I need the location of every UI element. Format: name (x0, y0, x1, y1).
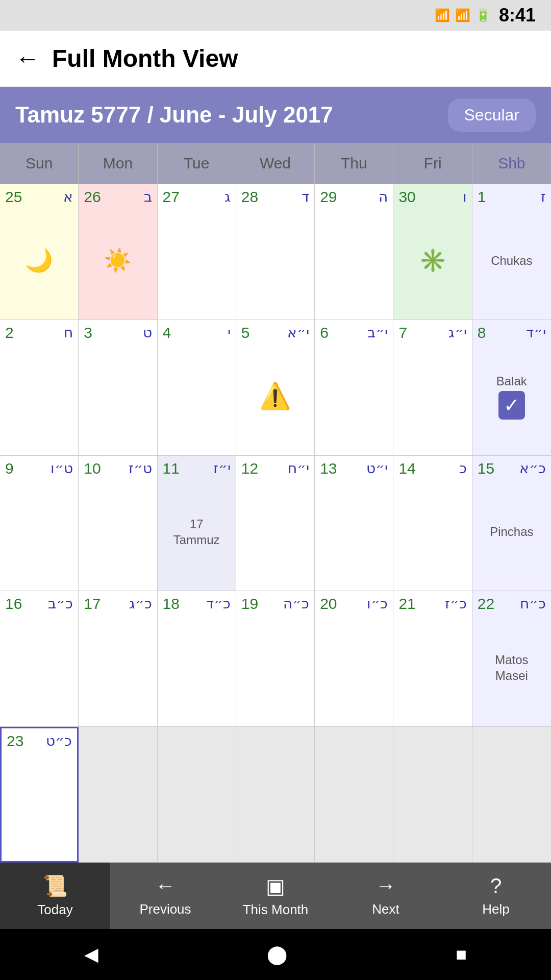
cal-day-18[interactable]: 18 כ״ד (158, 591, 236, 727)
cal-empty-6 (472, 727, 551, 863)
day-header-fri: Fri (393, 143, 472, 184)
cal-day-7[interactable]: 7 י״ג (393, 320, 472, 456)
signal-icon: 📶 (455, 8, 470, 22)
help-button[interactable]: ? Help (441, 863, 551, 929)
app-header: ← Full Month View (0, 31, 551, 87)
cal-day-30[interactable]: 30 ו ✳️ (393, 184, 472, 320)
cal-day-10[interactable]: 10 ט״ז (79, 456, 157, 592)
cal-day-3[interactable]: 3 ט (79, 320, 157, 456)
page-title: Full Month View (52, 44, 238, 72)
battery-icon: 🔋 (475, 8, 491, 22)
help-icon: ? (490, 874, 502, 897)
day-header-mon: Mon (79, 143, 157, 184)
secular-button[interactable]: Secular (448, 99, 536, 132)
cal-empty-3 (236, 727, 315, 863)
cal-day-14[interactable]: 14 כ (393, 456, 472, 592)
cal-day-1[interactable]: 1 ז Chukas (472, 184, 551, 320)
bottom-navigation: 📜 Today ← Previous ▣ This Month → Next ?… (0, 863, 551, 929)
cal-day-5[interactable]: 5 י״א ⚠️ (236, 320, 315, 456)
moon-icon: 🌙 (25, 247, 53, 274)
android-recents-button[interactable]: ■ (456, 944, 467, 965)
day-header-sun: Sun (0, 143, 79, 184)
cal-day-19[interactable]: 19 כ״ה (236, 591, 315, 727)
status-bar: 📶 📶 🔋 8:41 (0, 0, 551, 31)
cal-day-13[interactable]: 13 י״ט (315, 456, 393, 592)
cal-day-15[interactable]: 15 כ״א Pinchas (472, 456, 551, 592)
day-headers-row: Sun Mon Tue Wed Thu Fri Shb (0, 143, 551, 184)
month-title: Tamuz 5777 / June - July 2017 (15, 102, 333, 128)
status-time: 8:41 (499, 5, 536, 26)
day-header-shb: Shb (472, 143, 551, 184)
cal-day-4[interactable]: 4 י (158, 320, 236, 456)
day-header-wed: Wed (236, 143, 315, 184)
cal-empty-1 (79, 727, 157, 863)
today-button[interactable]: 📜 Today (0, 863, 110, 929)
cal-day-22[interactable]: 22 כ״ח MatosMasei (472, 591, 551, 727)
status-icons: 📶 📶 🔋 (435, 8, 491, 22)
previous-icon: ← (155, 874, 176, 897)
android-nav-bar: ◀ ⬤ ■ (0, 929, 551, 980)
cal-day-26[interactable]: 26 ב ☀️ (79, 184, 157, 320)
today-icon: 📜 (42, 874, 68, 898)
next-icon: → (375, 874, 396, 897)
cal-day-16[interactable]: 16 כ״ב (0, 591, 79, 727)
cal-empty-5 (393, 727, 472, 863)
android-home-button[interactable]: ⬤ (267, 944, 287, 965)
cal-empty-2 (158, 727, 236, 863)
cal-day-11[interactable]: 11 י״ז 17Tammuz (158, 456, 236, 592)
cal-day-29[interactable]: 29 ה (315, 184, 393, 320)
cal-day-2[interactable]: 2 ח (0, 320, 79, 456)
sparkle-icon: ✳️ (419, 247, 447, 274)
cal-day-6[interactable]: 6 י״ב (315, 320, 393, 456)
cal-day-12[interactable]: 12 י״ח (236, 456, 315, 592)
calendar-grid: 25 א 🌙 26 ב ☀️ 27 ג 28 ד (0, 184, 551, 863)
day-header-thu: Thu (315, 143, 393, 184)
android-back-button[interactable]: ◀ (84, 944, 98, 965)
month-header: Tamuz 5777 / June - July 2017 Secular (0, 87, 551, 143)
cal-empty-4 (315, 727, 393, 863)
day-header-tue: Tue (158, 143, 236, 184)
previous-button[interactable]: ← Previous (110, 863, 220, 929)
next-button[interactable]: → Next (331, 863, 441, 929)
cal-day-27[interactable]: 27 ג (158, 184, 236, 320)
this-month-icon: ▣ (266, 874, 285, 898)
cal-day-28[interactable]: 28 ד (236, 184, 315, 320)
cal-day-9[interactable]: 9 ט״ו (0, 456, 79, 592)
cal-day-23-today[interactable]: 23 כ״ט (0, 727, 79, 863)
warning-icon: ⚠️ (259, 381, 291, 411)
back-button[interactable]: ← (15, 46, 40, 71)
wifi-icon: 📶 (435, 8, 450, 22)
calendar-container: Tamuz 5777 / June - July 2017 Secular Su… (0, 87, 551, 863)
check-icon: ✓ (498, 391, 525, 420)
cal-day-17[interactable]: 17 כ״ג (79, 591, 157, 727)
cal-day-25[interactable]: 25 א 🌙 (0, 184, 79, 320)
sun-pink-icon: ☀️ (104, 247, 132, 274)
cal-day-20[interactable]: 20 כ״ו (315, 591, 393, 727)
cal-day-21[interactable]: 21 כ״ז (393, 591, 472, 727)
this-month-button[interactable]: ▣ This Month (220, 863, 331, 929)
cal-day-8[interactable]: 8 י״ד Balak ✓ (472, 320, 551, 456)
